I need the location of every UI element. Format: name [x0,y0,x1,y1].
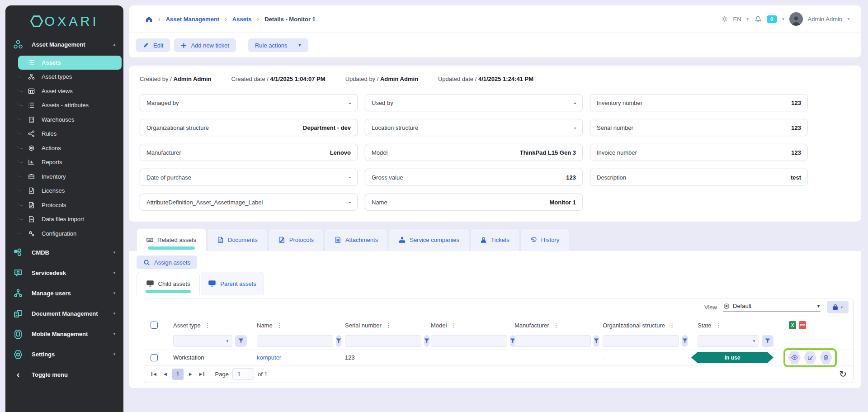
filter-funnel-icon[interactable] [762,335,774,347]
tab-protocols[interactable]: Protocols [269,228,324,251]
subtab-parent-assets[interactable]: Parent assets [201,272,264,295]
view-label: View [704,304,717,311]
tab-documents[interactable]: Documents [207,228,268,251]
sidebar-item-label: Asset views [42,88,73,95]
inventory-box-icon [28,173,35,180]
sidebar-section-servicedesk[interactable]: Servicedesk ▼ [5,263,123,283]
table-icon [28,88,35,95]
filter-state-input[interactable] [698,335,759,347]
refresh-icon[interactable]: ↻ [839,369,847,379]
column-menu-icon[interactable]: ⋮ [205,322,211,329]
updated-date: Updated date / 4/1/2025 1:24:41 PM [438,76,533,82]
tab-related-assets[interactable]: Related assets [137,228,206,251]
sidebar-item-assets-attributes[interactable]: Assets - attributes [5,98,123,113]
sidebar-section-cmdb[interactable]: CMDB ▼ [5,242,123,263]
sidebar-item-label: Data files import [42,216,84,223]
sidebar-item-protocols[interactable]: Protocols [5,198,123,213]
filter-serial-number-input[interactable] [345,335,421,347]
sidebar-section-asset-management[interactable]: Asset Management ▲ [5,34,123,55]
chevron-left-icon: ‹ [13,370,24,379]
filter-manufacturer-input[interactable] [514,335,591,347]
column-menu-icon[interactable]: ⋮ [715,322,721,329]
sidebar-item-rules[interactable]: Rules [5,127,123,141]
filter-model-input[interactable] [431,335,507,347]
column-header-model: Model [431,322,447,329]
tab-attachments[interactable]: Attachments [325,228,388,251]
language-selector[interactable]: EN [733,16,741,23]
delete-row-button[interactable] [820,351,832,364]
sidebar-section-manage-users[interactable]: Manage users ▼ [5,283,123,303]
filter-organizational-structure-input[interactable] [603,335,679,347]
rule-actions-button[interactable]: Rule actions ▼ [248,38,308,52]
hierarchy-icon [28,73,35,80]
column-menu-icon[interactable]: ⋮ [669,322,675,329]
sidebar-item-licenses[interactable]: Licenses [5,184,123,198]
filter-funnel-icon[interactable] [682,335,688,347]
servicedesk-icon [13,268,24,279]
assign-assets-button[interactable]: Assign assets [137,256,197,269]
pdf-export-icon[interactable]: PDF [799,321,806,329]
subtab-child-assets[interactable]: Child assets [137,272,200,295]
avatar[interactable] [789,12,803,26]
sidebar-item-warehouses[interactable]: Warehouses [5,113,123,127]
sidebar-section-document-management[interactable]: Document Management ▼ [5,303,123,324]
excel-export-icon[interactable]: X [789,321,796,329]
edit-button-label: Edit [153,42,163,49]
chevron-down-icon[interactable]: ▼ [782,17,785,21]
sidebar-item-inventory[interactable]: Inventory [5,170,123,184]
gears-icon [28,230,35,237]
view-select[interactable]: Default ▼ [723,303,821,312]
home-icon[interactable] [145,15,153,23]
next-page-button[interactable]: ► [187,370,194,378]
current-page-button[interactable]: 1 [172,369,184,380]
filter-asset-type-input[interactable] [173,335,232,347]
monitor-icon [146,280,154,287]
notification-badge[interactable]: 0 [767,15,777,23]
row-checkbox[interactable] [151,354,158,361]
sidebar-item-label: Protocols [42,202,66,208]
keyboard-icon [146,237,153,243]
sidebar-item-asset-views[interactable]: Asset views [5,84,123,99]
sidebar-item-reports[interactable]: Reports [5,155,123,170]
sidebar-section-mobile-management[interactable]: Mobile Management ▼ [5,324,123,344]
bell-icon[interactable] [754,15,762,23]
column-menu-icon[interactable]: ⋮ [386,322,392,329]
edit-button[interactable]: Edit [136,38,170,52]
page-number-input[interactable] [232,368,254,380]
column-menu-icon[interactable]: ⋮ [553,322,559,329]
sidebar-item-asset-types[interactable]: Asset types [5,70,123,84]
view-row-button[interactable] [788,351,801,364]
breadcrumb-assets[interactable]: Assets [232,16,252,23]
column-menu-icon[interactable]: ⋮ [451,322,457,329]
first-page-button[interactable]: ◄ [151,370,158,378]
previous-page-button[interactable]: ◄ [162,370,169,378]
sidebar-section-label: Document Management [32,310,98,317]
tab-history[interactable]: History [520,228,569,251]
import-file-icon [28,216,35,223]
field-date-of-purchase: Date of purchase- [140,169,358,186]
add-new-ticket-button[interactable]: Add new ticket [174,38,236,52]
sidebar-section-settings[interactable]: Settings ▼ [5,344,123,365]
gear-icon[interactable] [721,15,729,23]
chevron-down-icon[interactable]: ▼ [847,17,850,21]
chevron-down-icon: ▼ [113,291,116,295]
last-page-button[interactable]: ► [198,370,205,378]
column-menu-icon[interactable]: ⋮ [277,322,283,329]
lock-view-button[interactable]: ▼ [827,301,849,313]
filter-funnel-icon[interactable] [235,335,247,347]
filter-name-input[interactable] [257,335,333,347]
sidebar-item-assets[interactable]: Assets [18,56,122,70]
select-all-checkbox[interactable] [151,322,158,329]
user-menu[interactable]: Admin Admin [807,16,842,23]
tab-tickets[interactable]: Tickets [470,228,519,251]
edit-row-button[interactable] [804,351,816,364]
breadcrumb-asset-management[interactable]: Asset Management [166,16,219,23]
sidebar-item-actions[interactable]: Actions [5,141,123,156]
toggle-menu-button[interactable]: ‹ Toggle menu [5,365,123,385]
tab-service-companies[interactable]: Service companies [389,228,469,251]
cell-name-link[interactable]: komputer [257,354,281,361]
breadcrumb-separator: › [257,15,259,23]
sidebar-item-configuration[interactable]: Configuration [5,227,123,241]
sidebar-item-data-files-import[interactable]: Data files import [5,212,123,227]
chevron-down-icon[interactable]: ▼ [746,17,750,21]
